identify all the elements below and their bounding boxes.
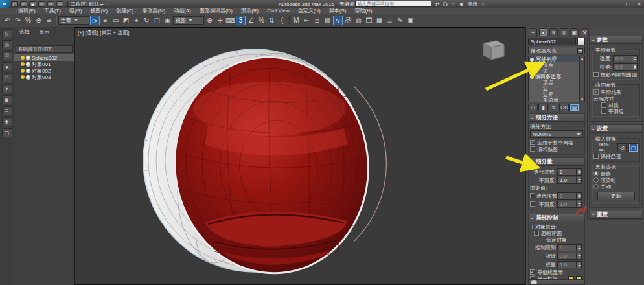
explorer-menu-select[interactable]: 选择	[19, 28, 30, 36]
communication-icon[interactable]: ☊	[443, 1, 448, 7]
angle-snap-icon[interactable]: ∠	[246, 16, 256, 25]
explorer-filter-shape-icon[interactable]: ◠	[2, 73, 12, 82]
move-icon[interactable]: +	[132, 16, 141, 25]
search-exchange-icon[interactable]: ⇄	[435, 1, 440, 7]
operate-polygons-button[interactable]: ◁	[617, 143, 627, 152]
manipulate-icon[interactable]: ✛	[215, 16, 225, 25]
align-icon[interactable]: ⇤	[302, 16, 312, 25]
pivot-center-icon[interactable]: ⊕	[205, 16, 214, 25]
smoothing-groups-checkbox[interactable]: 平滑组	[593, 108, 638, 115]
rollout-header[interactable]: − 设置	[590, 125, 642, 133]
object-name-field[interactable]: Sphere002	[528, 38, 576, 45]
menu-13[interactable]: 帮助(H)	[354, 7, 372, 14]
weight-spinner[interactable]: 权重 1.0	[530, 260, 583, 268]
menu-6[interactable]: 修改器(M)	[142, 7, 165, 14]
explorer-lock-icon[interactable]: ⚿	[2, 51, 12, 60]
hierarchy-tab[interactable]: ≡	[549, 28, 558, 36]
show-end-result-button[interactable]: ▮	[538, 104, 548, 111]
rotate-icon[interactable]: ↻	[142, 16, 152, 25]
window-crossing-icon[interactable]: ◩	[121, 16, 131, 25]
explorer-item-对象001[interactable]: 对象001	[14, 61, 74, 67]
close-button[interactable]: ✕	[637, 1, 641, 7]
menu-5[interactable]: 创建(C)	[116, 7, 133, 14]
help-icon[interactable]: ?	[481, 1, 483, 7]
modifier-stack[interactable]: 网格平滑顶点边编辑多边形顶点边边界多边形 ▲▼	[528, 56, 585, 102]
explorer-filter-helper-icon[interactable]: ≡	[2, 106, 12, 115]
menu-11[interactable]: 自定义(U)	[298, 7, 321, 14]
explorer-sort-header[interactable]: 名称(按升序排序)	[16, 45, 73, 53]
render-setup-icon[interactable]: 🗔	[364, 16, 374, 25]
explorer-select-icon[interactable]: ▷	[2, 29, 12, 38]
menu-10[interactable]: Civil View	[267, 8, 290, 14]
configure-modifier-sets-button[interactable]: ▤	[569, 104, 579, 111]
explorer-filter-camera-icon[interactable]: ◙	[2, 95, 12, 104]
rollout-header[interactable]: − 参数	[590, 36, 642, 44]
update-always-radio[interactable]: 始终	[593, 170, 638, 177]
render-iterations-spinner[interactable]: 迭代次数: 0	[530, 192, 583, 200]
rollout-header[interactable]: − 细分量	[529, 158, 584, 166]
modifier-toggle-icon[interactable]	[530, 75, 534, 79]
unlink-icon[interactable]: ⊗	[34, 16, 43, 25]
subdivision-method-dropdown[interactable]: NURMS	[530, 130, 583, 138]
stack-item-编辑多边形[interactable]: 编辑多边形	[529, 74, 584, 80]
explorer-menu-display[interactable]: 显示	[39, 28, 49, 36]
object-color-swatch[interactable]	[577, 38, 585, 45]
stack-item-顶点[interactable]: 顶点	[529, 80, 584, 86]
save-file-icon[interactable]: ▣	[29, 1, 36, 7]
pin-stack-button[interactable]: ⊶	[528, 104, 538, 111]
explorer-item-对象002[interactable]: 对象002	[14, 67, 74, 74]
light-toggle-icon[interactable]	[21, 56, 25, 60]
explorer-filter-container-icon[interactable]: ▢	[2, 128, 12, 137]
minimize-button[interactable]: –	[616, 1, 619, 7]
undo-icon[interactable]: ↶	[3, 16, 12, 25]
ball-chair-object[interactable]	[75, 28, 526, 285]
smooth-result-checkbox[interactable]: ✓平滑结果	[593, 89, 638, 95]
keyboard-override-icon[interactable]: ⌨	[225, 16, 235, 25]
redo-icon[interactable]: ↷	[13, 16, 23, 25]
curve-editor-icon[interactable]: ∿	[333, 16, 343, 25]
stack-item-网格平滑[interactable]: 网格平滑	[529, 56, 584, 62]
select-object-icon[interactable]: ▷	[90, 16, 100, 25]
app-menu-button[interactable]: M	[0, 0, 9, 8]
display-tab[interactable]: ▣	[570, 28, 579, 36]
scale-icon[interactable]: ◲	[152, 16, 162, 25]
iterations-spinner[interactable]: 迭代次数: 2	[530, 168, 583, 176]
motion-tab[interactable]: ◎	[560, 28, 568, 36]
update-manual-radio[interactable]: 手动	[593, 183, 638, 190]
operate-triangles-button[interactable]: ▢	[628, 143, 638, 152]
modifier-list-dropdown[interactable]: 修改器列表	[528, 47, 585, 54]
perspective-viewport[interactable]: [+] [透视] [真实 + 边面]	[75, 27, 525, 285]
spinner-snap-icon[interactable]: ⇅	[267, 16, 277, 25]
modifier-toggle-icon[interactable]	[530, 58, 534, 62]
select-by-name-icon[interactable]: ≡	[100, 16, 110, 25]
create-tab[interactable]: +	[529, 28, 537, 36]
make-unique-button[interactable]: ∀	[549, 104, 558, 111]
menu-3[interactable]: 组(G)	[69, 7, 82, 14]
help-search-input[interactable]: 输入关键字或短语	[355, 1, 431, 7]
percent-snap-icon[interactable]: %	[257, 16, 266, 25]
strength-spinner[interactable]: 强度: 0.5	[593, 54, 638, 62]
materials-checkbox[interactable]: 材质	[593, 102, 638, 108]
select-link-icon[interactable]: %	[23, 16, 33, 25]
remove-modifier-button[interactable]: ⌫	[559, 104, 569, 111]
render-icon[interactable]: ☕	[385, 16, 395, 25]
rollout-header[interactable]: − 局部控制	[529, 214, 584, 222]
signin-label[interactable]: 登录	[467, 1, 477, 8]
layer-manager-icon[interactable]: ≣	[312, 16, 322, 25]
undo-quick-icon[interactable]: ↶	[38, 1, 45, 7]
project-limit-surface-checkbox[interactable]: 投影到限制曲面	[593, 71, 638, 78]
control-level-spinner[interactable]: 控制级别 0	[530, 244, 583, 251]
schematic-view-icon[interactable]: 品	[343, 16, 353, 25]
stack-item-边[interactable]: 边	[529, 86, 584, 91]
keep-convex-checkbox[interactable]: 保持凸面	[593, 153, 638, 159]
menu-7[interactable]: 动画(A)	[174, 7, 191, 14]
update-button[interactable]: 更新	[597, 192, 635, 200]
light-toggle-icon[interactable]	[21, 62, 25, 66]
menu-4[interactable]: 视图(V)	[90, 7, 108, 14]
reference-coordinate-dropdown[interactable]: 视图	[173, 16, 204, 25]
explorer-filter-geometry-icon[interactable]: ●	[2, 62, 12, 71]
rect-region-icon[interactable]: ▭	[111, 16, 121, 25]
explorer-item-对象003[interactable]: 对象003	[14, 74, 74, 80]
update-when-rendering-radio[interactable]: 渲染时	[593, 177, 638, 183]
mirror-icon[interactable]: M	[292, 16, 301, 25]
